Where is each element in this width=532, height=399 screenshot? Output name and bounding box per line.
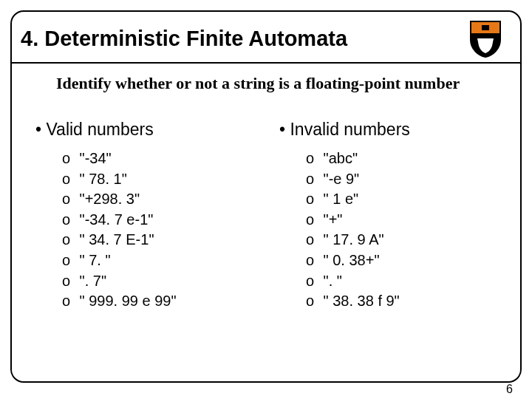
valid-column: Valid numbers o "-34"o " 78. 1"o "+298. … xyxy=(33,120,262,312)
invalid-items: o "abc"o "-e 9"o " 1 e"o "+"o " 17. 9 A"… xyxy=(276,149,505,312)
invalid-column: Invalid numbers o "abc"o "-e 9"o " 1 e"o… xyxy=(276,120,505,312)
bullet-marker: o xyxy=(62,189,75,210)
list-item-text: "abc" xyxy=(319,150,358,166)
list-item: o " 0. 38+" xyxy=(306,250,505,271)
list-item-text: ". " xyxy=(319,273,342,289)
list-item: o " 78. 1" xyxy=(62,169,262,190)
bullet-marker: o xyxy=(306,210,319,231)
list-item-text: "-34. 7 e-1" xyxy=(75,211,153,228)
list-item-text: "+" xyxy=(319,211,342,228)
bullet-marker: o xyxy=(62,210,75,231)
invalid-heading: Invalid numbers xyxy=(276,120,505,140)
bullet-marker: o xyxy=(62,230,75,250)
list-item: o "-34. 7 e-1" xyxy=(62,210,262,231)
list-item: o " 38. 38 f 9" xyxy=(306,291,505,312)
bullet-marker: o xyxy=(62,149,75,169)
bullet-marker: o xyxy=(306,271,319,292)
valid-heading: Valid numbers xyxy=(33,120,262,140)
slide-frame: 4. Deterministic Finite Automata Identif… xyxy=(10,10,522,383)
bullet-marker: o xyxy=(306,250,319,271)
list-item: o ". 7" xyxy=(62,271,262,292)
bullet-marker: o xyxy=(306,169,319,190)
bullet-marker: o xyxy=(62,169,75,190)
content-columns: Valid numbers o "-34"o " 78. 1"o "+298. … xyxy=(12,102,520,312)
slide-title: 4. Deterministic Finite Automata xyxy=(21,27,347,51)
bullet-marker: o xyxy=(306,149,319,169)
list-item: o " 999. 99 e 99" xyxy=(62,291,262,312)
title-row: 4. Deterministic Finite Automata xyxy=(12,12,520,62)
list-item-text: " 38. 38 f 9" xyxy=(319,293,400,309)
list-item-text: " 7. " xyxy=(75,252,111,268)
svg-rect-0 xyxy=(482,25,489,30)
list-item-text: " 1 e" xyxy=(319,191,358,207)
bullet-marker: o xyxy=(62,250,75,271)
list-item-text: "-34" xyxy=(75,150,112,166)
list-item-text: "-e 9" xyxy=(319,171,359,187)
list-item: o "-34" xyxy=(62,149,262,169)
list-item: o " 1 e" xyxy=(306,189,505,210)
bullet-marker: o xyxy=(62,271,75,292)
list-item: o "-e 9" xyxy=(306,169,505,190)
list-item: o "+298. 3" xyxy=(62,189,262,210)
bullet-marker: o xyxy=(306,189,319,210)
princeton-crest-icon xyxy=(468,19,502,58)
valid-items: o "-34"o " 78. 1"o "+298. 3"o "-34. 7 e-… xyxy=(33,149,262,312)
list-item: o "abc" xyxy=(306,149,505,169)
list-item: o " 7. " xyxy=(62,250,262,271)
list-item: o ". " xyxy=(306,271,505,292)
list-item: o " 34. 7 E-1" xyxy=(62,230,262,250)
list-item: o "+" xyxy=(306,210,505,231)
list-item-text: "+298. 3" xyxy=(75,191,140,207)
page-number: 6 xyxy=(506,383,513,396)
bullet-marker: o xyxy=(306,230,319,250)
bullet-marker: o xyxy=(62,291,75,312)
list-item: o " 17. 9 A" xyxy=(306,230,505,250)
list-item-text: " 34. 7 E-1" xyxy=(75,231,154,248)
list-item-text: " 999. 99 e 99" xyxy=(75,293,177,309)
list-item-text: " 17. 9 A" xyxy=(319,231,384,248)
list-item-text: ". 7" xyxy=(75,273,106,289)
list-item-text: " 0. 38+" xyxy=(319,252,379,268)
bullet-marker: o xyxy=(306,291,319,312)
slide-subtitle: Identify whether or not a string is a fl… xyxy=(12,64,520,102)
list-item-text: " 78. 1" xyxy=(75,171,127,187)
